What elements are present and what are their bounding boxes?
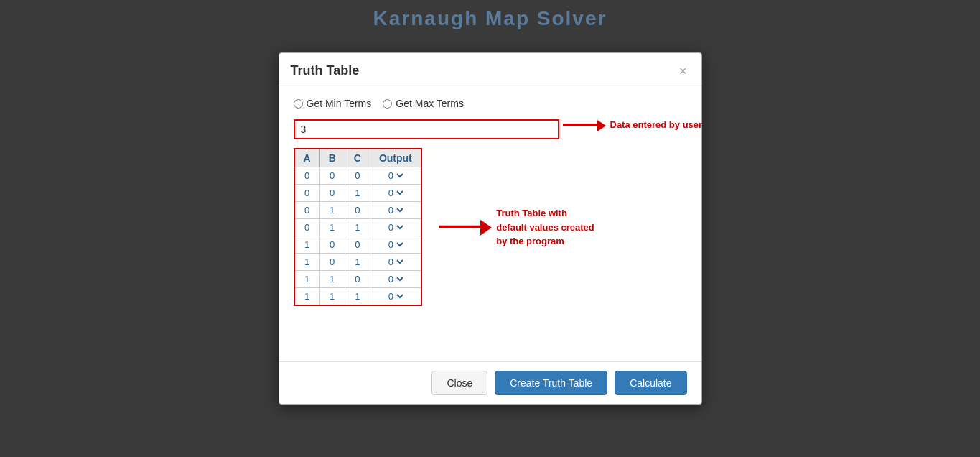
radio-min-input[interactable]	[294, 99, 303, 109]
cell-c-2: 0	[345, 202, 370, 219]
modal-close-button[interactable]: ×	[676, 65, 690, 78]
cell-b-5: 0	[319, 254, 345, 271]
cell-a-7: 1	[294, 288, 320, 306]
cell-b-2: 1	[319, 202, 345, 219]
cell-c-6: 0	[345, 271, 370, 288]
cell-a-5: 1	[294, 254, 320, 271]
cell-a-2: 0	[294, 202, 320, 219]
calculate-button[interactable]: Calculate	[615, 371, 686, 395]
output-select-6[interactable]: 01	[386, 273, 406, 285]
cell-b-0: 0	[319, 167, 345, 185]
table-row: 01101	[294, 219, 421, 236]
input-annotation-container: Data entered by user	[563, 119, 703, 130]
cell-output-0[interactable]: 01	[370, 167, 421, 185]
cell-b-3: 1	[319, 219, 345, 236]
truth-table: A B C Output 000010010101001011011000110…	[294, 148, 422, 306]
cell-b-4: 0	[319, 236, 345, 254]
cell-output-1[interactable]: 01	[370, 185, 421, 202]
cell-b-1: 0	[319, 185, 345, 202]
cell-output-5[interactable]: 01	[370, 254, 421, 271]
table-row: 10001	[294, 236, 421, 254]
col-header-c: C	[345, 149, 370, 167]
cell-c-7: 1	[345, 288, 370, 306]
modal-overlay: Truth Table × Get Min Terms Get Max Term…	[0, 0, 980, 457]
cell-a-3: 0	[294, 219, 320, 236]
output-select-7[interactable]: 01	[386, 290, 406, 303]
table-row: 00101	[294, 185, 421, 202]
col-header-output: Output	[370, 149, 421, 167]
table-annotation-container: Truth Table with default values created …	[439, 206, 594, 249]
input-row: Data entered by user	[294, 119, 687, 139]
close-button[interactable]: Close	[431, 371, 487, 395]
radio-min-label: Get Min Terms	[307, 98, 372, 109]
output-select-5[interactable]: 01	[386, 256, 406, 268]
cell-c-3: 1	[345, 219, 370, 236]
output-select-3[interactable]: 01	[386, 221, 406, 234]
modal-title: Truth Table	[291, 63, 360, 78]
table-row: 10101	[294, 254, 421, 271]
radio-max-input[interactable]	[383, 99, 392, 109]
cell-output-4[interactable]: 01	[370, 236, 421, 254]
cell-b-6: 1	[319, 271, 345, 288]
cell-c-0: 0	[345, 167, 370, 185]
table-row: 11001	[294, 271, 421, 288]
output-select-1[interactable]: 01	[386, 187, 406, 199]
cell-a-0: 0	[294, 167, 320, 185]
cell-c-1: 1	[345, 185, 370, 202]
table-row: 11101	[294, 288, 421, 306]
table-annotation-text: Truth Table with default values created …	[496, 206, 594, 249]
radio-max-label: Get Max Terms	[396, 98, 464, 109]
cell-output-7[interactable]: 01	[370, 288, 421, 306]
radio-group: Get Min Terms Get Max Terms	[294, 98, 687, 109]
table-row: 01001	[294, 202, 421, 219]
output-select-0[interactable]: 01	[386, 170, 406, 182]
modal-header: Truth Table ×	[279, 53, 701, 86]
cell-a-4: 1	[294, 236, 320, 254]
col-header-b: B	[319, 149, 345, 167]
modal-footer: Close Create Truth Table Calculate	[279, 361, 701, 404]
output-select-2[interactable]: 01	[386, 204, 406, 216]
modal-dialog: Truth Table × Get Min Terms Get Max Term…	[279, 52, 702, 405]
cell-output-2[interactable]: 01	[370, 202, 421, 219]
truth-table-wrapper: A B C Output 000010010101001011011000110…	[294, 148, 422, 306]
output-select-4[interactable]: 01	[386, 239, 406, 251]
create-truth-table-button[interactable]: Create Truth Table	[495, 371, 607, 395]
cell-output-6[interactable]: 01	[370, 271, 421, 288]
cell-c-4: 0	[345, 236, 370, 254]
cell-a-6: 1	[294, 271, 320, 288]
radio-max-terms[interactable]: Get Max Terms	[383, 98, 464, 109]
cell-a-1: 0	[294, 185, 320, 202]
cell-b-7: 1	[319, 288, 345, 306]
variable-count-input[interactable]	[294, 119, 559, 139]
table-row: 00001	[294, 167, 421, 185]
table-header-row: A B C Output	[294, 149, 421, 167]
radio-min-terms[interactable]: Get Min Terms	[294, 98, 372, 109]
cell-c-5: 1	[345, 254, 370, 271]
input-annotation-text: Data entered by user	[610, 119, 703, 130]
modal-body: Get Min Terms Get Max Terms Data entered…	[279, 86, 701, 361]
input-arrow-icon	[563, 124, 599, 126]
table-arrow-icon	[439, 226, 482, 228]
col-header-a: A	[294, 149, 320, 167]
cell-output-3[interactable]: 01	[370, 219, 421, 236]
